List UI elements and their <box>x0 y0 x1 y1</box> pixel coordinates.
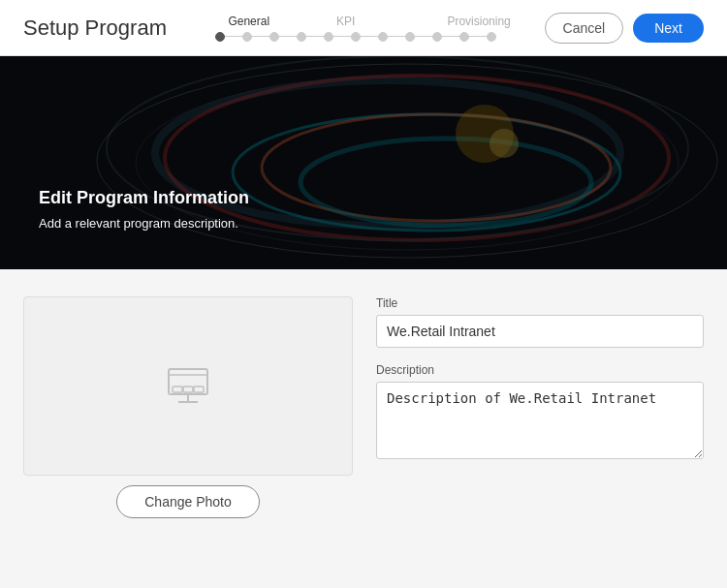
description-field-group: Description Description of We.Retail Int… <box>376 363 704 463</box>
step-line-1 <box>225 36 242 37</box>
step-dot-4 <box>297 32 306 42</box>
hero-banner: Edit Program Information Add a relevant … <box>0 56 727 269</box>
step-dot-10 <box>459 32 469 42</box>
photo-box <box>23 296 353 476</box>
title-input[interactable] <box>376 315 704 348</box>
step-label-general: General <box>201 15 298 28</box>
step-line-2 <box>252 36 269 37</box>
step-dot-8 <box>405 32 415 42</box>
description-textarea[interactable]: Description of We.Retail Intranet <box>376 382 704 459</box>
change-photo-button[interactable]: Change Photo <box>116 485 260 518</box>
step-line-8 <box>415 36 432 37</box>
step-dot-2 <box>242 32 252 42</box>
header: Setup Program General KPI Provisioning <box>0 0 727 56</box>
step-dot-1 <box>215 32 225 42</box>
step-line-6 <box>361 36 378 37</box>
step-dot-7 <box>378 32 388 42</box>
steps-labels: General KPI Provisioning <box>186 15 525 28</box>
title-field-group: Title <box>376 296 704 348</box>
step-dot-11 <box>487 32 496 42</box>
cancel-button[interactable]: Cancel <box>545 13 624 44</box>
svg-rect-11 <box>0 56 727 269</box>
change-photo-area: Change Photo <box>116 476 260 518</box>
next-button[interactable]: Next <box>633 14 704 43</box>
step-dot-6 <box>351 32 361 42</box>
svg-rect-16 <box>183 387 193 392</box>
step-line-9 <box>442 36 459 37</box>
page-title: Setup Program <box>23 15 167 41</box>
svg-rect-17 <box>194 387 204 392</box>
form-fields: Title Description Description of We.Reta… <box>376 296 704 518</box>
hero-banner-title: Edit Program Information <box>39 188 249 208</box>
step-line-5 <box>333 36 351 37</box>
step-line-10 <box>469 36 487 37</box>
step-line-7 <box>388 36 405 37</box>
form-area: Change Photo Title Description Descripti… <box>0 269 727 534</box>
step-dot-5 <box>324 32 333 42</box>
step-label-kpi: KPI <box>298 15 395 28</box>
photo-placeholder-icon <box>161 359 215 414</box>
hero-banner-subtitle: Add a relevant program description. <box>39 216 249 231</box>
step-line-3 <box>279 36 297 37</box>
svg-rect-12 <box>169 369 207 394</box>
hero-content: Edit Program Information Add a relevant … <box>39 188 249 231</box>
title-label: Title <box>376 296 704 310</box>
description-label: Description <box>376 363 704 377</box>
steps-container: General KPI Provisioning <box>186 15 525 42</box>
step-dot-3 <box>269 32 279 42</box>
step-label-provisioning: Provisioning <box>395 15 511 28</box>
step-line-4 <box>306 36 324 37</box>
steps-dots <box>215 32 496 42</box>
header-buttons: Cancel Next <box>545 13 704 44</box>
step-dot-9 <box>432 32 442 42</box>
svg-rect-15 <box>173 387 182 392</box>
